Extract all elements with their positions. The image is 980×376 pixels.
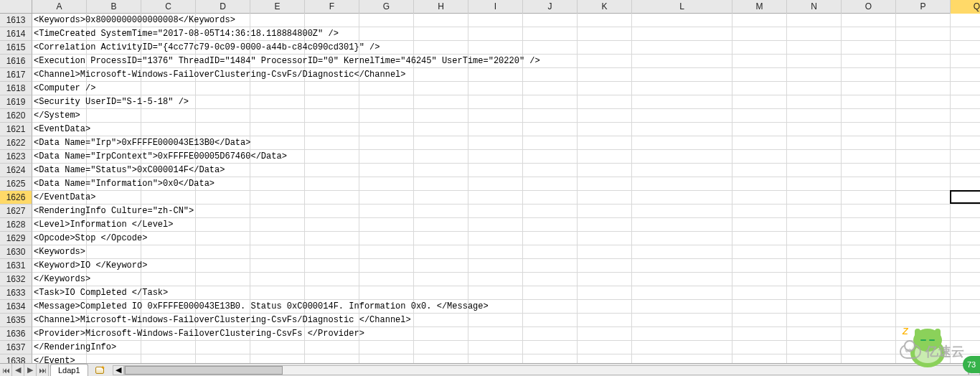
cell-K1622[interactable] — [578, 136, 632, 150]
row-header-1614[interactable]: 1614 — [0, 27, 32, 41]
cell-Q1635[interactable] — [951, 314, 980, 327]
column-header-L[interactable]: L — [632, 0, 732, 14]
cell-G1630[interactable] — [359, 245, 414, 259]
cell-K1635[interactable] — [578, 314, 632, 327]
cell-K1625[interactable] — [578, 177, 632, 191]
cell-I1633[interactable] — [468, 286, 523, 300]
cell-M1632[interactable] — [732, 273, 787, 286]
cell-L1619[interactable] — [632, 95, 732, 109]
cell-B1632[interactable] — [87, 273, 141, 286]
cell-D1632[interactable] — [196, 273, 250, 286]
cell-Q1615[interactable] — [951, 41, 980, 55]
cell-L1627[interactable] — [632, 205, 732, 218]
cell-P1623[interactable] — [896, 150, 951, 164]
cell-K1621[interactable] — [578, 123, 632, 136]
row-header-1633[interactable]: 1633 — [0, 286, 32, 300]
cell-J1624[interactable] — [523, 164, 578, 177]
column-header-J[interactable]: J — [523, 0, 578, 14]
cell-Q1633[interactable] — [951, 286, 980, 300]
column-header-H[interactable]: H — [414, 0, 468, 14]
sheet-tab-active[interactable]: Ldap1 — [50, 364, 88, 376]
hscroll-track[interactable] — [124, 365, 969, 375]
cell-I1635[interactable] — [468, 314, 523, 327]
cell-F1627[interactable] — [305, 205, 359, 218]
cell-H1622[interactable] — [414, 136, 468, 150]
cell-K1633[interactable] — [578, 286, 632, 300]
row-header-1623[interactable]: 1623 — [0, 150, 32, 164]
cell-G1619[interactable] — [359, 95, 414, 109]
row-header-1627[interactable]: 1627 — [0, 205, 32, 218]
cell-N1613[interactable] — [787, 14, 842, 27]
cell-I1631[interactable] — [468, 259, 523, 273]
cell-P1613[interactable] — [896, 14, 951, 27]
cell-H1621[interactable] — [414, 123, 468, 136]
cell-O1623[interactable] — [842, 150, 896, 164]
cell-Q1634[interactable] — [951, 300, 980, 314]
cell-I1632[interactable] — [468, 273, 523, 286]
cell-H1636[interactable] — [414, 327, 468, 341]
cell-C1629[interactable] — [141, 232, 196, 245]
cell-H1617[interactable] — [414, 68, 468, 82]
cell-I1620[interactable] — [468, 109, 523, 123]
column-header-B[interactable]: B — [87, 0, 141, 14]
cell-F1613[interactable] — [305, 14, 359, 27]
cell-A1615[interactable]: <Correlation ActivityID="{4cc77c79-0c09-… — [32, 41, 87, 55]
cell-G1618[interactable] — [359, 82, 414, 95]
cell-C1621[interactable] — [141, 123, 196, 136]
cell-H1620[interactable] — [414, 109, 468, 123]
cell-M1626[interactable] — [732, 191, 787, 205]
cell-G1629[interactable] — [359, 232, 414, 245]
column-header-M[interactable]: M — [732, 0, 787, 14]
row-cells[interactable]: <RenderingInfo Culture="zh-CN"> — [32, 205, 980, 218]
cell-G1613[interactable] — [359, 14, 414, 27]
cell-H1615[interactable] — [414, 41, 468, 55]
cell-L1613[interactable] — [632, 14, 732, 27]
cell-G1632[interactable] — [359, 273, 414, 286]
cell-P1615[interactable] — [896, 41, 951, 55]
cell-L1633[interactable] — [632, 286, 732, 300]
cell-J1634[interactable] — [523, 300, 578, 314]
cell-G1625[interactable] — [359, 177, 414, 191]
cell-F1623[interactable] — [305, 150, 359, 164]
cell-I1621[interactable] — [468, 123, 523, 136]
cell-Q1631[interactable] — [951, 259, 980, 273]
cell-H1627[interactable] — [414, 205, 468, 218]
cell-J1615[interactable] — [523, 41, 578, 55]
cell-M1628[interactable] — [732, 218, 787, 232]
cell-J1617[interactable] — [523, 68, 578, 82]
cell-K1620[interactable] — [578, 109, 632, 123]
cell-M1638[interactable] — [732, 354, 787, 363]
cell-I1615[interactable] — [468, 41, 523, 55]
cell-J1629[interactable] — [523, 232, 578, 245]
cell-D1630[interactable] — [196, 245, 250, 259]
row-cells[interactable]: <Provider>Microsoft-Windows-FailoverClus… — [32, 327, 980, 341]
cell-P1629[interactable] — [896, 232, 951, 245]
cell-K1617[interactable] — [578, 68, 632, 82]
cell-A1620[interactable]: </System> — [32, 109, 87, 123]
row-header-1615[interactable]: 1615 — [0, 41, 32, 55]
row-header-1624[interactable]: 1624 — [0, 164, 32, 177]
cell-K1629[interactable] — [578, 232, 632, 245]
row-cells[interactable]: <Keyword>IO </Keyword> — [32, 259, 980, 273]
cell-A1633[interactable]: <Task>IO Completed </Task> — [32, 286, 87, 300]
cell-Q1619[interactable] — [951, 95, 980, 109]
cell-L1615[interactable] — [632, 41, 732, 55]
cell-J1627[interactable] — [523, 205, 578, 218]
cell-H1631[interactable] — [414, 259, 468, 273]
cell-L1624[interactable] — [632, 164, 732, 177]
cell-B1621[interactable] — [87, 123, 141, 136]
cell-I1638[interactable] — [468, 354, 523, 363]
cell-P1625[interactable] — [896, 177, 951, 191]
cell-D1620[interactable] — [196, 109, 250, 123]
cell-F1637[interactable] — [305, 341, 359, 354]
cell-A1637[interactable]: </RenderingInfo> — [32, 341, 87, 354]
cell-K1628[interactable] — [578, 218, 632, 232]
cell-A1625[interactable]: <Data Name="Information">0x0</Data> — [32, 177, 87, 191]
cell-L1616[interactable] — [632, 55, 732, 68]
cell-P1628[interactable] — [896, 218, 951, 232]
cell-L1635[interactable] — [632, 314, 732, 327]
cell-H1618[interactable] — [414, 82, 468, 95]
hscroll-left-button[interactable]: ◀ — [113, 365, 124, 375]
row-cells[interactable]: </System> — [32, 109, 980, 123]
cell-D1638[interactable] — [196, 354, 250, 363]
